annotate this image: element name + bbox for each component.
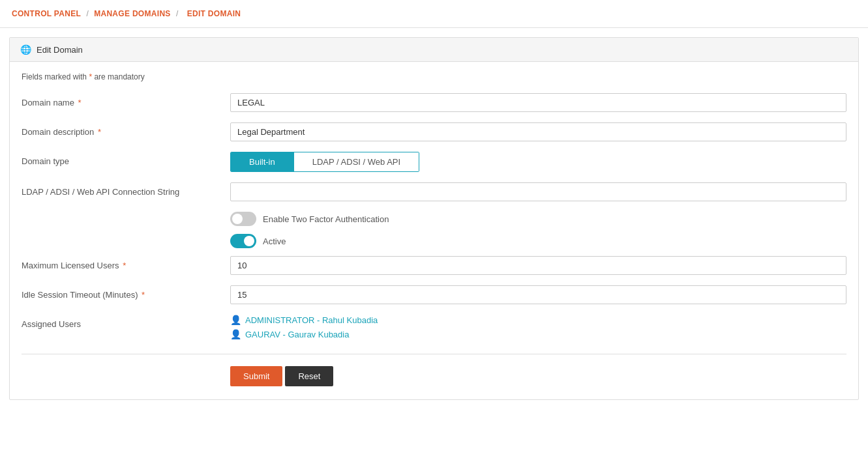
domain-description-input[interactable]	[230, 122, 846, 141]
active-thumb	[244, 236, 254, 246]
active-track[interactable]	[230, 234, 256, 248]
max-users-input[interactable]	[230, 256, 846, 275]
two-factor-label: Enable Two Factor Authentication	[263, 214, 389, 224]
user-icon-2: 👤	[230, 329, 241, 339]
two-factor-row: Enable Two Factor Authentication	[230, 212, 846, 226]
edit-domain-card: 🌐 Edit Domain Fields marked with * are m…	[9, 37, 859, 400]
domain-name-label: Domain name *	[22, 93, 230, 107]
assigned-users-list: 👤 ADMINISTRATOR - Rahul Kubadia 👤 GAURAV…	[230, 315, 846, 343]
connection-string-input[interactable]	[230, 182, 846, 201]
domain-type-ldap[interactable]: LDAP / ADSI / Web API	[293, 152, 419, 171]
card-title: Edit Domain	[37, 45, 83, 55]
breadcrumb-control-panel[interactable]: CONTROL PANEL	[12, 9, 81, 18]
domain-type-row: Domain type Built-in LDAP / ADSI / Web A…	[22, 152, 846, 172]
card-body: Fields marked with * are mandatory Domai…	[10, 62, 858, 399]
assigned-user-2[interactable]: 👤 GAURAV - Gaurav Kubadia	[230, 329, 846, 339]
domain-name-row: Domain name *	[22, 93, 846, 112]
domain-desc-required: *	[95, 127, 101, 137]
idle-timeout-control	[230, 285, 846, 304]
user-icon-1: 👤	[230, 315, 241, 325]
idle-timeout-label: Idle Session Timeout (Minutes) *	[22, 285, 230, 300]
max-users-control	[230, 256, 846, 275]
card-header: 🌐 Edit Domain	[10, 38, 858, 62]
form-divider	[22, 354, 846, 354]
idle-timeout-row: Idle Session Timeout (Minutes) *	[22, 285, 846, 304]
active-label: Active	[263, 236, 286, 246]
assigned-user-2-name: GAURAV - Gaurav Kubadia	[245, 330, 349, 339]
breadcrumb: CONTROL PANEL / MANAGE DOMAINS / EDIT DO…	[0, 0, 868, 28]
breadcrumb-manage-domains[interactable]: MANAGE DOMAINS	[94, 9, 171, 18]
domain-type-label: Domain type	[22, 152, 230, 166]
domain-description-label: Domain description *	[22, 122, 230, 137]
two-factor-toggle[interactable]	[230, 212, 256, 226]
assigned-user-1-name: ADMINISTRATOR - Rahul Kubadia	[245, 315, 378, 325]
domain-name-control	[230, 93, 846, 112]
two-factor-track[interactable]	[230, 212, 256, 226]
idle-timeout-required: *	[139, 290, 145, 300]
two-factor-thumb	[232, 214, 243, 224]
idle-timeout-input[interactable]	[230, 285, 846, 304]
mandatory-note: Fields marked with * are mandatory	[22, 72, 846, 81]
reset-button[interactable]: Reset	[285, 366, 333, 386]
connection-string-label: LDAP / ADSI / Web API Connection String	[22, 182, 230, 197]
max-users-required: *	[121, 261, 127, 270]
connection-string-control	[230, 182, 846, 201]
breadcrumb-sep1: /	[86, 9, 91, 18]
globe-icon: 🌐	[20, 44, 31, 55]
active-row: Active	[230, 234, 846, 248]
max-users-row: Maximum Licensed Users *	[22, 256, 846, 275]
asterisk-symbol: *	[89, 72, 92, 81]
submit-button[interactable]: Submit	[230, 366, 282, 386]
breadcrumb-current: EDIT DOMAIN	[187, 9, 241, 18]
assigned-users-label: Assigned Users	[22, 315, 230, 329]
domain-type-control: Built-in LDAP / ADSI / Web API	[230, 152, 846, 172]
breadcrumb-sep2: /	[176, 9, 181, 18]
active-toggle[interactable]	[230, 234, 256, 248]
domain-name-required: *	[76, 98, 82, 107]
domain-description-control	[230, 122, 846, 141]
assigned-user-1[interactable]: 👤 ADMINISTRATOR - Rahul Kubadia	[230, 315, 846, 325]
assigned-users-row: Assigned Users 👤 ADMINISTRATOR - Rahul K…	[22, 315, 846, 343]
domain-type-builtin[interactable]: Built-in	[231, 152, 293, 171]
domain-type-toggle: Built-in LDAP / ADSI / Web API	[230, 152, 419, 172]
button-row: Submit Reset	[230, 366, 846, 386]
connection-string-row: LDAP / ADSI / Web API Connection String	[22, 182, 846, 201]
domain-name-input[interactable]	[230, 93, 846, 112]
domain-description-row: Domain description *	[22, 122, 846, 141]
max-users-label: Maximum Licensed Users *	[22, 256, 230, 270]
